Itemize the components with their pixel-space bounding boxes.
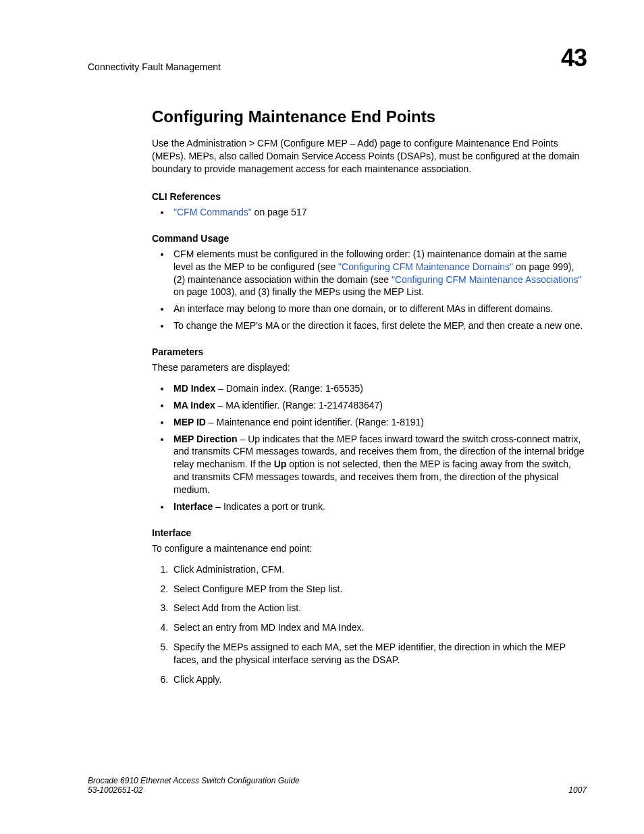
cli-references-list: "CFM Commands" on page 517: [152, 206, 587, 219]
param-name: MD Index: [173, 383, 215, 394]
param-name: MEP ID: [173, 417, 206, 427]
footer-doc-number: 53-1002651-02: [88, 785, 300, 795]
parameters-heading: Parameters: [152, 346, 587, 359]
footer-page-number: 1007: [568, 785, 587, 795]
footer-doc-title: Brocade 6910 Ethernet Access Switch Conf…: [88, 776, 300, 785]
param-desc: – Maintenance end point identifier. (Ran…: [206, 417, 424, 427]
parameter-item: Interface – Indicates a port or trunk.: [171, 500, 587, 513]
footer-left: Brocade 6910 Ethernet Access Switch Conf…: [88, 776, 300, 795]
step-item: Click Apply.: [171, 673, 587, 686]
parameters-subtext: These parameters are displayed:: [152, 361, 587, 374]
parameter-item: MA Index – MA identifier. (Range: 1-2147…: [171, 399, 587, 412]
interface-subtext: To configure a maintenance end point:: [152, 542, 587, 555]
intro-paragraph: Use the Administration > CFM (Configure …: [152, 137, 587, 176]
param-name: MEP Direction: [173, 434, 238, 444]
usage-item: CFM elements must be configured in the f…: [171, 248, 587, 299]
parameter-item: MEP Direction – Up indicates that the ME…: [171, 433, 587, 496]
page-footer: Brocade 6910 Ethernet Access Switch Conf…: [88, 776, 587, 795]
cfm-assoc-link[interactable]: "Configuring CFM Maintenance Association…: [392, 274, 582, 285]
cli-ref-after: on page 517: [252, 207, 307, 217]
usage-text: on page 1003), and (3) finally the MEPs …: [173, 286, 424, 297]
running-header: Connectivity Fault Management: [88, 61, 221, 72]
command-usage-heading: Command Usage: [152, 232, 587, 245]
param-name: MA Index: [173, 400, 215, 411]
cfm-domains-link[interactable]: "Configuring CFM Maintenance Domains": [338, 261, 513, 272]
param-desc: – Domain index. (Range: 1-65535): [215, 383, 363, 394]
step-item: Select an entry from MD Index and MA Ind…: [171, 621, 587, 634]
step-item: Select Add from the Action list.: [171, 602, 587, 615]
step-item: Select Configure MEP from the Step list.: [171, 583, 587, 596]
main-content: Configuring Maintenance End Points Use t…: [152, 106, 587, 686]
step-item: Click Administration, CFM.: [171, 563, 587, 576]
interface-steps: Click Administration, CFM. Select Config…: [152, 563, 587, 686]
parameter-item: MEP ID – Maintenance end point identifie…: [171, 416, 587, 429]
chapter-number: 43: [561, 44, 587, 72]
cfm-commands-link[interactable]: "CFM Commands": [173, 207, 252, 217]
param-desc: – Indicates a port or trunk.: [213, 501, 325, 512]
page-title: Configuring Maintenance End Points: [152, 106, 587, 128]
param-name: Interface: [173, 501, 213, 512]
parameters-list: MD Index – Domain index. (Range: 1-65535…: [152, 382, 587, 513]
page-header: Connectivity Fault Management 43: [88, 44, 587, 72]
usage-item: To change the MEP's MA or the direction …: [171, 319, 587, 332]
cli-reference-item: "CFM Commands" on page 517: [171, 206, 587, 219]
usage-item: An interface may belong to more than one…: [171, 303, 587, 315]
cli-references-heading: CLI References: [152, 190, 587, 203]
parameter-item: MD Index – Domain index. (Range: 1-65535…: [171, 382, 587, 395]
interface-heading: Interface: [152, 527, 587, 540]
param-desc: – MA identifier. (Range: 1-2147483647): [215, 400, 383, 411]
param-up: Up: [274, 459, 287, 469]
command-usage-list: CFM elements must be configured in the f…: [152, 248, 587, 332]
step-item: Specify the MEPs assigned to each MA, se…: [171, 641, 587, 667]
